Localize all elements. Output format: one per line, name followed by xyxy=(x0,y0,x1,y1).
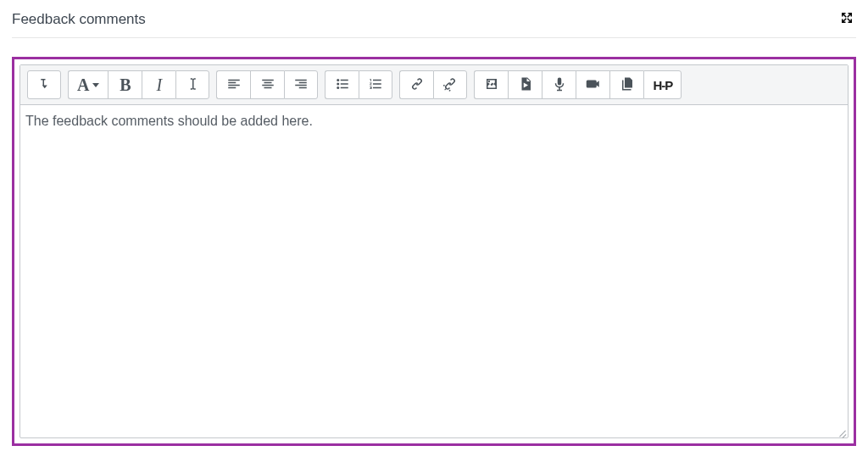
manage-files-button[interactable] xyxy=(609,70,643,99)
paragraph-style-dropdown[interactable]: A xyxy=(68,70,108,99)
section-header: Feedback comments xyxy=(12,10,856,38)
bullet-list-button[interactable] xyxy=(325,70,359,99)
editor-content-area[interactable]: The feedback comments should be added he… xyxy=(20,105,848,437)
align-left-button[interactable] xyxy=(216,70,250,99)
toggle-toolbar-button[interactable] xyxy=(27,70,61,99)
numbered-list-button[interactable] xyxy=(359,70,392,99)
numbered-list-icon xyxy=(368,76,383,94)
rich-text-editor: A B I xyxy=(19,64,849,438)
unlink-button[interactable] xyxy=(433,70,467,99)
editor-highlight-frame: A B I xyxy=(12,57,856,446)
link-icon xyxy=(409,76,425,94)
fullscreen-toggle-button[interactable] xyxy=(837,10,856,29)
align-right-button[interactable] xyxy=(284,70,318,99)
italic-button[interactable]: I xyxy=(142,70,175,99)
svg-point-0 xyxy=(337,79,339,81)
expand-icon xyxy=(839,10,854,29)
align-center-button[interactable] xyxy=(250,70,284,99)
microphone-icon xyxy=(552,76,567,94)
h5p-icon: H-P xyxy=(653,78,672,92)
text-cursor-button[interactable] xyxy=(175,70,209,99)
svg-point-3 xyxy=(488,80,490,81)
insert-media-button[interactable] xyxy=(508,70,542,99)
link-button[interactable] xyxy=(399,70,433,99)
bullet-list-icon xyxy=(335,76,350,94)
video-camera-icon xyxy=(586,76,601,94)
record-audio-button[interactable] xyxy=(542,70,576,99)
unlink-icon xyxy=(442,76,458,94)
align-right-icon xyxy=(293,76,309,94)
svg-point-1 xyxy=(337,82,339,85)
align-left-icon xyxy=(226,76,242,94)
insert-h5p-button[interactable]: H-P xyxy=(643,70,682,99)
svg-point-2 xyxy=(337,86,339,89)
align-center-icon xyxy=(260,76,275,94)
text-style-icon: A xyxy=(77,75,89,95)
files-icon xyxy=(620,76,635,94)
section-title: Feedback comments xyxy=(12,11,146,28)
media-file-icon xyxy=(518,76,533,94)
image-icon xyxy=(484,76,499,94)
bold-icon: B xyxy=(120,75,131,95)
bold-button[interactable]: B xyxy=(108,70,142,99)
italic-icon: I xyxy=(157,75,163,95)
editor-content-text: The feedback comments should be added he… xyxy=(25,114,313,128)
resize-handle[interactable] xyxy=(836,426,848,437)
text-cursor-icon xyxy=(185,76,200,94)
arrow-down-right-icon xyxy=(36,76,52,94)
record-video-button[interactable] xyxy=(576,70,609,99)
caret-down-icon xyxy=(92,83,99,87)
insert-image-button[interactable] xyxy=(474,70,508,99)
editor-toolbar: A B I xyxy=(20,65,848,105)
